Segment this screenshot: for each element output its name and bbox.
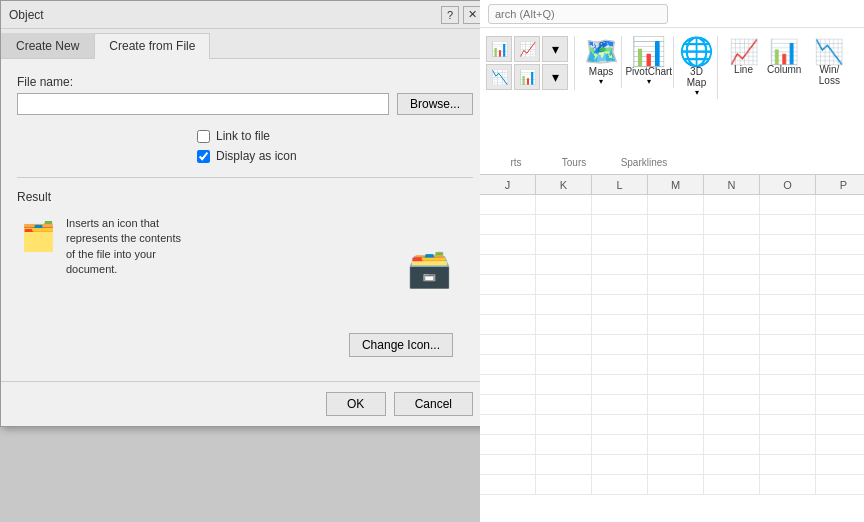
grid-cell[interactable] bbox=[536, 415, 592, 434]
grid-cell[interactable] bbox=[648, 415, 704, 434]
grid-cell[interactable] bbox=[760, 315, 816, 334]
grid-cell[interactable] bbox=[480, 315, 536, 334]
grid-cell[interactable] bbox=[760, 475, 816, 494]
change-icon-button[interactable]: Change Icon... bbox=[349, 333, 453, 357]
grid-cell[interactable] bbox=[704, 455, 760, 474]
grid-cell[interactable] bbox=[704, 375, 760, 394]
grid-cell[interactable] bbox=[480, 215, 536, 234]
grid-cell[interactable] bbox=[704, 395, 760, 414]
maps-button[interactable]: 🗺️ Maps ▾ bbox=[581, 36, 622, 88]
grid-cell[interactable] bbox=[648, 195, 704, 214]
chart-btn-3[interactable]: 📉 bbox=[486, 64, 512, 90]
grid-cell[interactable] bbox=[648, 475, 704, 494]
grid-cell[interactable] bbox=[704, 415, 760, 434]
grid-cell[interactable] bbox=[592, 335, 648, 354]
grid-cell[interactable] bbox=[816, 395, 864, 414]
table-row[interactable] bbox=[480, 195, 864, 215]
grid-cell[interactable] bbox=[648, 315, 704, 334]
grid-cell[interactable] bbox=[760, 415, 816, 434]
grid-cell[interactable] bbox=[648, 435, 704, 454]
grid-cell[interactable] bbox=[592, 235, 648, 254]
grid-cell[interactable] bbox=[816, 475, 864, 494]
grid-cell[interactable] bbox=[592, 435, 648, 454]
3dmap-button[interactable]: 🌐 3D Map ▾ bbox=[676, 36, 717, 99]
grid-cell[interactable] bbox=[592, 475, 648, 494]
winloss-button[interactable]: 📉 Win/ Loss bbox=[807, 38, 852, 88]
grid-cell[interactable] bbox=[816, 335, 864, 354]
cancel-button[interactable]: Cancel bbox=[394, 392, 473, 416]
grid-cell[interactable] bbox=[592, 455, 648, 474]
table-row[interactable] bbox=[480, 475, 864, 495]
search-input[interactable] bbox=[488, 4, 668, 24]
help-button[interactable]: ? bbox=[441, 6, 459, 24]
grid-cell[interactable] bbox=[816, 315, 864, 334]
grid-cell[interactable] bbox=[480, 455, 536, 474]
table-row[interactable] bbox=[480, 355, 864, 375]
table-row[interactable] bbox=[480, 295, 864, 315]
grid-cell[interactable] bbox=[536, 455, 592, 474]
grid-cell[interactable] bbox=[536, 215, 592, 234]
grid-cell[interactable] bbox=[816, 355, 864, 374]
display-as-icon-checkbox[interactable] bbox=[197, 150, 210, 163]
grid-cell[interactable] bbox=[592, 255, 648, 274]
grid-cell[interactable] bbox=[536, 375, 592, 394]
tab-create-from-file[interactable]: Create from File bbox=[94, 33, 210, 59]
table-row[interactable] bbox=[480, 335, 864, 355]
grid-cell[interactable] bbox=[480, 275, 536, 294]
table-row[interactable] bbox=[480, 275, 864, 295]
grid-cell[interactable] bbox=[480, 255, 536, 274]
grid-cell[interactable] bbox=[536, 195, 592, 214]
pivotchart-button[interactable]: 📊 PivotChart ▾ bbox=[624, 36, 674, 88]
grid-cell[interactable] bbox=[760, 435, 816, 454]
grid-cell[interactable] bbox=[480, 295, 536, 314]
grid-cell[interactable] bbox=[648, 335, 704, 354]
grid-cell[interactable] bbox=[760, 395, 816, 414]
chart-btn-1[interactable]: 📊 bbox=[486, 36, 512, 62]
grid-cell[interactable] bbox=[592, 395, 648, 414]
grid-cell[interactable] bbox=[480, 475, 536, 494]
grid-cell[interactable] bbox=[536, 295, 592, 314]
grid-cell[interactable] bbox=[816, 195, 864, 214]
grid-cell[interactable] bbox=[816, 415, 864, 434]
grid-cell[interactable] bbox=[704, 215, 760, 234]
grid-cell[interactable] bbox=[816, 215, 864, 234]
chart-btn-dropdown[interactable]: ▾ bbox=[542, 36, 568, 62]
table-row[interactable] bbox=[480, 215, 864, 235]
grid-cell[interactable] bbox=[704, 195, 760, 214]
grid-cell[interactable] bbox=[480, 435, 536, 454]
close-button[interactable]: ✕ bbox=[463, 6, 481, 24]
grid-cell[interactable] bbox=[648, 235, 704, 254]
grid-cell[interactable] bbox=[648, 375, 704, 394]
grid-cell[interactable] bbox=[816, 455, 864, 474]
grid-cell[interactable] bbox=[592, 415, 648, 434]
grid-cell[interactable] bbox=[760, 355, 816, 374]
grid-cell[interactable] bbox=[816, 375, 864, 394]
grid-cell[interactable] bbox=[480, 355, 536, 374]
table-row[interactable] bbox=[480, 235, 864, 255]
grid-cell[interactable] bbox=[592, 375, 648, 394]
grid-cell[interactable] bbox=[760, 195, 816, 214]
grid-cell[interactable] bbox=[536, 355, 592, 374]
table-row[interactable] bbox=[480, 415, 864, 435]
grid-cell[interactable] bbox=[648, 215, 704, 234]
browse-button[interactable]: Browse... bbox=[397, 93, 473, 115]
grid-cell[interactable] bbox=[704, 435, 760, 454]
grid-cell[interactable] bbox=[704, 275, 760, 294]
grid-cell[interactable] bbox=[648, 255, 704, 274]
grid-cell[interactable] bbox=[760, 295, 816, 314]
grid-cell[interactable] bbox=[592, 355, 648, 374]
grid-cell[interactable] bbox=[648, 295, 704, 314]
grid-cell[interactable] bbox=[480, 235, 536, 254]
table-row[interactable] bbox=[480, 375, 864, 395]
grid-cell[interactable] bbox=[760, 375, 816, 394]
grid-cell[interactable] bbox=[816, 275, 864, 294]
grid-cell[interactable] bbox=[648, 355, 704, 374]
grid-cell[interactable] bbox=[592, 275, 648, 294]
grid-cell[interactable] bbox=[536, 335, 592, 354]
grid-cell[interactable] bbox=[592, 215, 648, 234]
grid-cell[interactable] bbox=[536, 255, 592, 274]
grid-cell[interactable] bbox=[704, 355, 760, 374]
chart-btn-4[interactable]: 📊 bbox=[514, 64, 540, 90]
grid-cell[interactable] bbox=[704, 335, 760, 354]
table-row[interactable] bbox=[480, 395, 864, 415]
